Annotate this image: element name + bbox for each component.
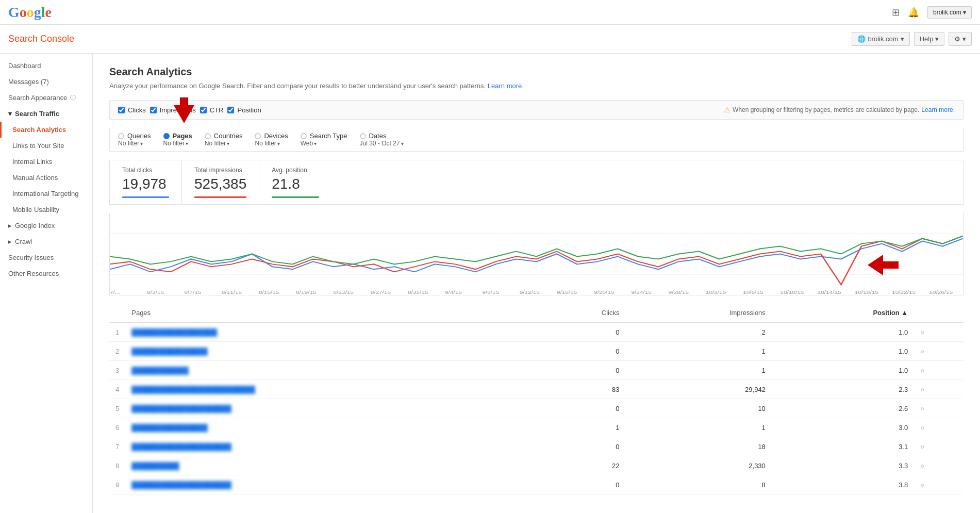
sidebar-item-google-index[interactable]: ▸ Google Index: [0, 218, 92, 234]
row-expand-icon[interactable]: »: [920, 366, 924, 374]
search-type-filter[interactable]: Web: [301, 140, 317, 147]
account-button[interactable]: brolik.com ▾: [927, 6, 972, 19]
learn-more-link-2[interactable]: Learn more.: [921, 106, 955, 113]
domain-label: brolik.com: [868, 35, 898, 43]
impressions-checkbox[interactable]: [150, 107, 157, 113]
row-page-url[interactable]: ████████████: [125, 361, 535, 380]
row-expand-icon[interactable]: »: [920, 481, 924, 489]
row-page-url[interactable]: ██████████████████: [125, 322, 535, 342]
row-clicks: 0: [535, 399, 626, 418]
row-action[interactable]: »: [914, 322, 964, 342]
row-expand-icon[interactable]: »: [920, 423, 924, 432]
row-page-url[interactable]: █████████████████████: [125, 399, 535, 418]
groupby-search-type[interactable]: Search Type Web: [301, 132, 347, 147]
groupby-queries[interactable]: Queries No filter: [118, 132, 151, 147]
sidebar-item-internal-links[interactable]: Internal Links: [0, 154, 92, 170]
row-expand-icon[interactable]: »: [920, 385, 924, 393]
sidebar-item-international-targeting[interactable]: International Targeting: [0, 186, 92, 202]
ctr-checkbox-label[interactable]: CTR: [200, 106, 224, 114]
countries-filter[interactable]: No filter: [205, 140, 229, 147]
clicks-checkbox-label[interactable]: Clicks: [118, 106, 146, 114]
groupby-devices[interactable]: Devices No filter: [255, 132, 288, 147]
pages-filter[interactable]: No filter: [163, 140, 188, 147]
notifications-icon[interactable]: 🔔: [908, 7, 919, 18]
sidebar-item-search-appearance[interactable]: Search Appearance ⓘ: [0, 90, 92, 106]
settings-button[interactable]: ⚙ ▾: [949, 32, 972, 46]
clicks-stat-value: 19,978: [122, 176, 169, 192]
row-action[interactable]: »: [914, 418, 964, 437]
domain-selector[interactable]: 🌐 brolik.com ▾: [852, 32, 909, 46]
row-page-url[interactable]: █████████████████████: [125, 475, 535, 494]
sidebar-item-other-resources[interactable]: Other Resources: [0, 266, 92, 282]
row-action[interactable]: »: [914, 475, 964, 494]
info-icon: ⓘ: [70, 94, 76, 102]
stat-avg-position: Avg. position 21.8: [259, 160, 331, 204]
row-action[interactable]: »: [914, 342, 964, 361]
warning-icon: ⚠: [724, 106, 730, 114]
row-number: 1: [109, 322, 125, 342]
sidebar-item-search-analytics[interactable]: Search Analytics: [0, 122, 92, 138]
row-expand-icon[interactable]: »: [920, 442, 924, 451]
layout: Dashboard Messages (7) Search Appearance…: [0, 54, 980, 513]
row-expand-icon[interactable]: »: [920, 328, 924, 336]
row-position: 1.0: [772, 361, 914, 380]
svg-text:8/23/15: 8/23/15: [333, 290, 354, 294]
sidebar-item-search-traffic[interactable]: ▾ Search Traffic: [0, 106, 92, 122]
row-clicks: 0: [535, 361, 626, 380]
row-action[interactable]: »: [914, 361, 964, 380]
devices-filter[interactable]: No filter: [255, 140, 279, 147]
top-bar: Google ⊞ 🔔 brolik.com ▾: [0, 0, 980, 25]
row-page-url[interactable]: █████████████████████: [125, 437, 535, 456]
countries-label: Countries: [214, 132, 243, 140]
main-content: Search Analytics Analyze your performanc…: [93, 54, 980, 513]
row-page-url[interactable]: ████████████████: [125, 418, 535, 437]
sidebar-item-messages[interactable]: Messages (7): [0, 74, 92, 90]
col-position[interactable]: Position ▲: [772, 304, 914, 322]
sidebar-item-crawl[interactable]: ▸ Crawl: [0, 234, 92, 250]
position-stat-label: Avg. position: [272, 167, 319, 174]
apps-icon[interactable]: ⊞: [892, 7, 900, 18]
dates-filter[interactable]: Jul 30 - Oct 27: [360, 140, 404, 147]
clicks-checkbox[interactable]: [118, 107, 125, 113]
row-impressions: 1: [626, 418, 772, 437]
sidebar-item-security-issues[interactable]: Security Issues: [0, 250, 92, 266]
page-title: Search Analytics: [109, 66, 964, 78]
help-button[interactable]: Help ▾: [914, 32, 944, 46]
queries-filter[interactable]: No filter: [118, 140, 143, 147]
row-page-url[interactable]: ██████████████████████████: [125, 380, 535, 399]
table-row: 3████████████011.0»: [109, 361, 964, 380]
groupby-dates[interactable]: Dates Jul 30 - Oct 27: [360, 132, 404, 147]
row-page-url[interactable]: ████████████████: [125, 342, 535, 361]
position-checkbox[interactable]: [227, 107, 234, 113]
row-position: 2.6: [772, 399, 914, 418]
row-action[interactable]: »: [914, 399, 964, 418]
row-action[interactable]: »: [914, 380, 964, 399]
queries-radio: [118, 133, 124, 139]
filter-bar-container: Clicks Impressions CTR Position ⚠ When g…: [109, 100, 964, 152]
ctr-checkbox[interactable]: [200, 107, 207, 113]
active-indicator: [0, 122, 2, 138]
row-number: 4: [109, 380, 125, 399]
table-row: 8██████████222,3303.3»: [109, 456, 964, 475]
groupby-countries[interactable]: Countries No filter: [205, 132, 243, 147]
groupby-pages[interactable]: Pages No filter: [163, 132, 192, 147]
row-action[interactable]: »: [914, 456, 964, 475]
table-row: 2████████████████011.0»: [109, 342, 964, 361]
row-action[interactable]: »: [914, 437, 964, 456]
position-checkbox-label[interactable]: Position: [227, 106, 261, 114]
sidebar-item-dashboard[interactable]: Dashboard: [0, 58, 92, 74]
domain-icon: 🌐: [857, 35, 866, 43]
impressions-stat-label: Total impressions: [194, 167, 246, 174]
sidebar-item-mobile-usability[interactable]: Mobile Usability: [0, 202, 92, 218]
table-row: 5█████████████████████0102.6»: [109, 399, 964, 418]
sidebar-item-manual-actions[interactable]: Manual Actions: [0, 170, 92, 186]
row-page-url[interactable]: ██████████: [125, 456, 535, 475]
row-expand-icon[interactable]: »: [920, 404, 924, 412]
row-expand-icon[interactable]: »: [920, 461, 924, 470]
row-impressions: 2: [626, 322, 772, 342]
svg-text:9/8/15: 9/8/15: [482, 290, 499, 294]
sidebar-item-links-to-your-site[interactable]: Links to Your Site: [0, 138, 92, 154]
gear-icon: ⚙: [954, 35, 960, 43]
row-expand-icon[interactable]: »: [920, 347, 924, 355]
learn-more-link-1[interactable]: Learn more.: [488, 82, 524, 90]
